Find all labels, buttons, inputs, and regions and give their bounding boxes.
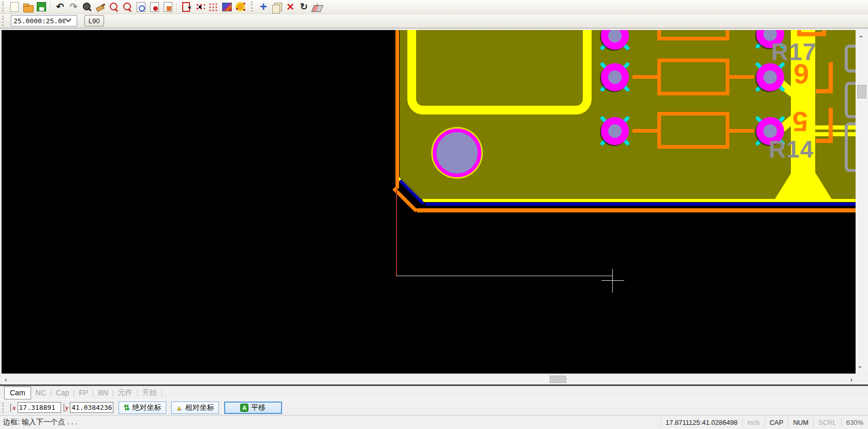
tab-nc[interactable]: NC: [31, 389, 51, 397]
silkscreen-bracket: [797, 30, 826, 36]
toolbar-grip[interactable]: [2, 2, 6, 12]
up-down-arrows-icon: ⇅: [123, 403, 130, 412]
silkscreen-bracket: [816, 62, 833, 93]
pad-ring: [601, 117, 629, 145]
redo-icon[interactable]: [67, 1, 80, 13]
layer-colors-icon[interactable]: [220, 1, 233, 13]
rubber-band-line: [396, 276, 613, 276]
pad-ring: [601, 63, 629, 91]
toolbar-grip[interactable]: [2, 403, 6, 413]
resistor-lead: [632, 129, 657, 133]
tab-fp[interactable]: FP: [74, 389, 93, 397]
toolbar-separator: [176, 2, 178, 12]
redraw-icon[interactable]: [148, 1, 160, 13]
absolute-coordinates-label: 绝对坐标: [133, 403, 161, 412]
cursor-position: 17.8711125:41.0286498: [660, 418, 742, 427]
zoom-dynamic-icon[interactable]: [81, 1, 93, 13]
open-file-icon[interactable]: [22, 1, 34, 13]
tab-cap[interactable]: Cap: [51, 389, 74, 397]
scroll-lock-indicator: SCRL: [813, 418, 841, 427]
select-pad-icon[interactable]: [180, 1, 193, 13]
layer-tab-bar: Cam NC Cap FP BN 元件 开始: [0, 386, 868, 399]
zoom-level: 630%: [841, 418, 868, 427]
new-file-icon[interactable]: [8, 1, 21, 13]
silkscreen-digit: 6: [793, 60, 809, 88]
horizontal-scrollbar[interactable]: ‹ ›: [2, 375, 856, 384]
film-view-icon[interactable]: [161, 1, 174, 13]
drill-hole: [608, 124, 622, 138]
toolbar-grip[interactable]: [2, 16, 6, 26]
zoom-out-icon[interactable]: [121, 1, 134, 13]
scrollbar-corner: [856, 375, 868, 384]
drawn-border-segment: [396, 190, 397, 276]
pcb-canvas[interactable]: R17 R14 6 5: [2, 30, 856, 374]
through-hole-pad: [595, 30, 635, 55]
grid-dots-icon[interactable]: [207, 1, 219, 13]
settings-toolbar: L90: [0, 14, 868, 28]
resistor-lead: [728, 129, 754, 133]
horizontal-scroll-thumb[interactable]: [550, 376, 566, 383]
silkscreen-digit: 5: [792, 108, 808, 136]
crosshair-cursor: [601, 280, 624, 281]
rotate-90-button[interactable]: L90: [84, 15, 104, 26]
main-toolbar: [0, 0, 868, 14]
move-icon[interactable]: [257, 1, 270, 13]
tab-separator: [161, 390, 162, 396]
caps-lock-indicator: CAP: [764, 418, 788, 427]
pan-mode-icon: A: [240, 404, 248, 412]
copy-icon[interactable]: [271, 1, 283, 13]
toolbar-separator: [50, 2, 51, 12]
y-axis-icon: y: [64, 404, 69, 412]
tab-component[interactable]: 元件: [113, 388, 137, 397]
board-edge-mask: [422, 199, 856, 202]
zoom-window-icon[interactable]: [135, 1, 147, 13]
mask-region-border: [407, 30, 592, 115]
x-coordinate-input[interactable]: [18, 402, 61, 413]
triangle-icon: ▲: [176, 404, 183, 411]
aperture-ratio-value[interactable]: [11, 16, 65, 25]
component-outline: [845, 122, 856, 172]
status-message: 边框: 输入下一个点 . . .: [0, 418, 660, 427]
mirror-icon[interactable]: [311, 1, 323, 13]
toolbar-grip[interactable]: [251, 2, 255, 12]
snap-grid-icon[interactable]: [194, 1, 206, 13]
refdes-r14: R14: [769, 138, 814, 161]
through-hole-pad: [595, 111, 635, 151]
scroll-up-icon[interactable]: ›: [857, 35, 864, 37]
tab-cam[interactable]: Cam: [4, 387, 31, 399]
drill-hole: [608, 30, 622, 42]
pan-button[interactable]: A 平移: [224, 402, 282, 414]
resistor-lead: [632, 75, 657, 79]
board-outline: [417, 208, 856, 212]
save-icon[interactable]: [35, 1, 48, 13]
vertical-scroll-thumb[interactable]: [857, 85, 866, 98]
clean-brush-icon[interactable]: [94, 1, 107, 13]
aperture-ratio-combobox[interactable]: [11, 15, 77, 26]
silkscreen-bracket: [816, 108, 833, 143]
status-bar: 边框: 输入下一个点 . . . 17.8711125:41.0286498 i…: [0, 415, 868, 429]
tab-start[interactable]: 开始: [138, 388, 161, 397]
cam-application-window: L90: [0, 0, 868, 429]
mounting-hole-pad: [433, 128, 481, 177]
board-outline: [395, 30, 399, 189]
tab-bn[interactable]: BN: [93, 389, 112, 397]
resistor-outline: [657, 112, 729, 149]
resistor-outline: [657, 30, 729, 40]
scroll-right-icon[interactable]: ›: [850, 376, 852, 383]
highlight-net-icon[interactable]: [234, 1, 246, 13]
undo-icon[interactable]: [54, 1, 66, 13]
coordinate-toolbar: x y ⇅ 绝对坐标 ▲ 相对坐标 A 平移: [0, 399, 868, 415]
resistor-lead: [728, 75, 754, 79]
zoom-in-icon[interactable]: [108, 1, 120, 13]
drill-hole: [608, 70, 622, 84]
resistor-outline: [657, 59, 729, 95]
delete-icon[interactable]: [284, 1, 297, 13]
rotate-icon[interactable]: [298, 1, 310, 13]
absolute-coordinates-button[interactable]: ⇅ 绝对坐标: [119, 402, 166, 414]
relative-coordinates-button[interactable]: ▲ 相对坐标: [171, 402, 219, 414]
y-coordinate-input[interactable]: [70, 402, 113, 413]
scroll-left-icon[interactable]: ‹: [5, 376, 7, 383]
scroll-down-icon[interactable]: ›: [857, 366, 864, 368]
vertical-scrollbar[interactable]: › ›: [856, 30, 868, 374]
chevron-down-icon[interactable]: [65, 17, 71, 22]
